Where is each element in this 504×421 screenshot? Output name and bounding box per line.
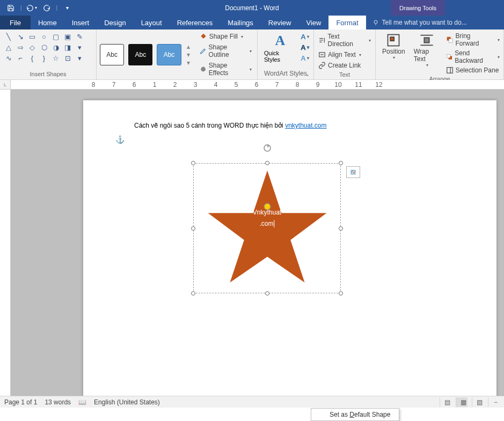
backward-icon — [446, 53, 453, 61]
position-button[interactable]: Position▾ — [379, 32, 408, 61]
pen-icon — [200, 47, 207, 55]
tab-file[interactable]: File — [0, 16, 31, 29]
tab-format[interactable]: Format — [328, 16, 366, 29]
menu-set-default-shape[interactable]: Set as Default Shape — [311, 409, 399, 420]
spell-check-icon[interactable]: 📖 — [78, 398, 86, 406]
tab-insert[interactable]: Insert — [64, 16, 97, 29]
group-arrange: Position▾ Wrap Text▾ Bring Forward▾ Send… — [376, 29, 504, 79]
shape-conn[interactable]: ⌐ — [15, 53, 26, 63]
group-label-wordart: WordArt Styles↘ — [261, 69, 310, 78]
tab-view[interactable]: View — [298, 16, 328, 29]
context-menu: Set as Default Shape — [311, 408, 399, 421]
align-text-button[interactable]: Align Text▾ — [317, 50, 372, 60]
dialog-launcher-icon[interactable]: ↘ — [305, 72, 309, 77]
create-link-button[interactable]: Create Link — [317, 61, 372, 70]
tab-home[interactable]: Home — [31, 16, 64, 29]
shape-banner[interactable]: ◨ — [62, 42, 73, 52]
wrap-text-button[interactable]: Wrap Text▾ — [411, 32, 443, 69]
group-label-shapes: Insert Shapes — [3, 70, 93, 78]
shape-curve[interactable]: ∿ — [3, 53, 14, 63]
align-text-icon — [318, 51, 326, 58]
page-indicator[interactable]: Page 1 of 1 — [4, 398, 37, 406]
text-outline-button[interactable]: A▾ — [300, 42, 310, 52]
rotation-handle[interactable] — [262, 143, 272, 154]
resize-handle-tr[interactable] — [339, 161, 343, 165]
zoom-out-button[interactable]: − — [488, 397, 500, 407]
page-scroll[interactable]: Cách vẽ ngôi sao 5 cánh trong WORD thực … — [11, 90, 504, 406]
shape-star[interactable]: ☆ — [50, 53, 61, 63]
style-preset-3[interactable]: Abc — [157, 44, 181, 65]
shape-edit[interactable]: ✎ — [74, 32, 85, 41]
window-title: Document1 - Word — [225, 4, 279, 12]
shape-oval[interactable]: ○ — [39, 32, 49, 41]
text-direction-icon — [318, 36, 326, 44]
text-direction-button[interactable]: Text Direction▾ — [317, 32, 372, 49]
web-layout-button[interactable]: ▧ — [472, 397, 484, 407]
shape-selection[interactable]: Vnkythuat.com — [193, 163, 341, 293]
quick-styles-button[interactable]: A Quick Styles — [261, 32, 300, 64]
shape-more2[interactable]: ▾ — [74, 53, 85, 63]
shape-tri[interactable]: △ — [3, 42, 14, 52]
shape-brace[interactable]: { — [27, 53, 38, 63]
text-effects-button[interactable]: A▾ — [300, 53, 310, 63]
resize-handle-ml[interactable] — [191, 226, 195, 231]
qat-customize[interactable]: ▾ — [61, 2, 74, 14]
shape-line[interactable]: ╲ — [3, 32, 14, 41]
save-button[interactable] — [4, 2, 17, 14]
shape-callout[interactable]: ◑ — [50, 42, 61, 52]
shape-brace2[interactable]: } — [39, 53, 49, 63]
shape-outline-button[interactable]: Shape Outline▾ — [198, 42, 254, 60]
tab-mailings[interactable]: Mailings — [220, 16, 261, 29]
shapes-gallery[interactable]: ╲ ↘ ▭ ○ ▢ ▣ ✎ △ ⇨ ◇ ⬡ ◑ ◨ ▾ ∿ ⌐ { } ☆ ⊡ — [3, 32, 85, 63]
shape-scroll[interactable]: ⊡ — [62, 53, 73, 63]
bring-forward-button[interactable]: Bring Forward▾ — [445, 32, 500, 48]
shape-hex[interactable]: ⬡ — [39, 42, 49, 52]
resize-handle-bl[interactable] — [191, 291, 195, 296]
group-shape-styles: Abc Abc Abc ▴▾▾ Shape Fill▾ Shape Outlin… — [97, 29, 258, 79]
shape-diamond[interactable]: ◇ — [27, 42, 38, 52]
word-count[interactable]: 13 words — [45, 398, 71, 406]
star-text[interactable]: Vnkythuat.com — [253, 206, 281, 229]
resize-handle-mr[interactable] — [339, 226, 343, 231]
tab-references[interactable]: References — [170, 16, 220, 29]
anchor-icon[interactable]: ⚓ — [115, 135, 125, 144]
tab-design[interactable]: Design — [97, 16, 133, 29]
shape-arrow[interactable]: ↘ — [15, 32, 26, 41]
redo-button[interactable] — [40, 2, 53, 14]
language-indicator[interactable]: English (United States) — [94, 398, 160, 406]
shape-more1[interactable]: ▾ — [74, 42, 85, 52]
layout-options-button[interactable] — [346, 166, 360, 178]
paragraph-text[interactable]: Cách vẽ ngôi sao 5 cánh trong WORD thực … — [134, 120, 327, 130]
tab-layout[interactable]: Layout — [134, 16, 170, 29]
page[interactable]: Cách vẽ ngôi sao 5 cánh trong WORD thực … — [83, 100, 496, 406]
style-preset-2[interactable]: Abc — [128, 44, 152, 65]
layout-icon — [349, 168, 357, 176]
style-gallery-more[interactable]: ▴▾▾ — [187, 43, 190, 67]
shape-rrect[interactable]: ▢ — [50, 32, 61, 41]
shape-textbox[interactable]: ▣ — [62, 32, 73, 41]
undo-button[interactable]: ▾ — [25, 2, 38, 14]
tell-me-search[interactable]: Tell me what you want to do... — [366, 16, 467, 29]
read-mode-button[interactable]: ▤ — [440, 397, 451, 407]
resize-handle-br[interactable] — [339, 291, 343, 296]
svg-rect-13 — [447, 54, 450, 57]
vertical-ruler[interactable] — [0, 90, 11, 406]
tab-review[interactable]: Review — [261, 16, 299, 29]
send-backward-button[interactable]: Send Backward▾ — [445, 49, 500, 65]
hyperlink[interactable]: vnkythuat.com — [285, 122, 326, 129]
print-layout-button[interactable]: ▦ — [456, 397, 468, 407]
resize-handle-tl[interactable] — [191, 161, 195, 165]
wordart-a-icon: A — [275, 33, 286, 49]
shape-arr2[interactable]: ⇨ — [15, 42, 26, 52]
ruler-track: 876123456789101112 — [11, 80, 504, 89]
selection-pane-button[interactable]: Selection Pane — [445, 66, 500, 75]
style-preset-1[interactable]: Abc — [100, 44, 124, 65]
quick-access-toolbar: | ▾ | ▾ — [0, 2, 74, 14]
shape-rect[interactable]: ▭ — [27, 32, 38, 41]
horizontal-ruler[interactable]: L 876123456789101112 — [0, 80, 504, 90]
shape-fill-button[interactable]: Shape Fill▾ — [198, 32, 254, 41]
shape-effects-button[interactable]: Shape Effects▾ — [198, 61, 254, 78]
svg-rect-6 — [391, 37, 395, 41]
text-fill-button[interactable]: A▾ — [300, 32, 310, 41]
position-icon — [386, 33, 401, 48]
